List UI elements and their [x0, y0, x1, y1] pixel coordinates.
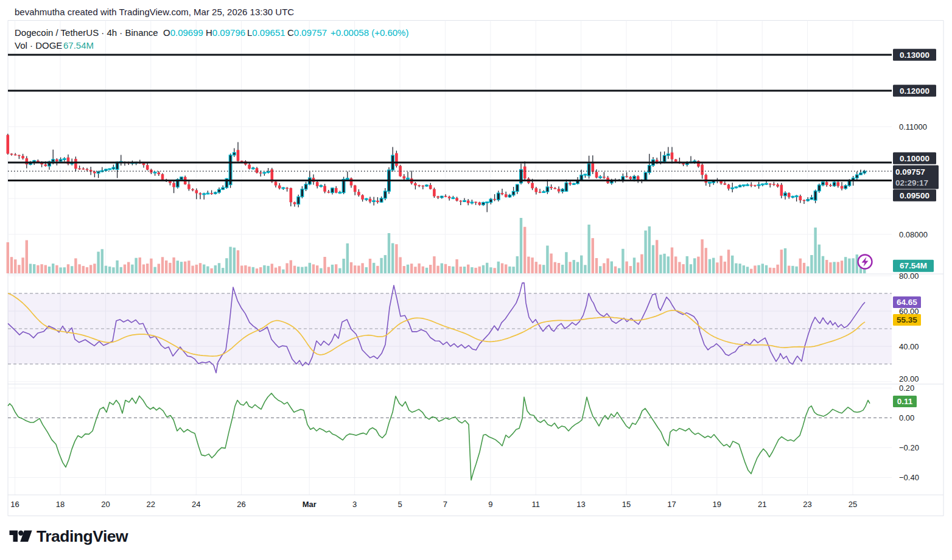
svg-text:0.09757: 0.09757	[895, 167, 925, 177]
svg-text:21: 21	[758, 500, 766, 509]
svg-text:0.13000: 0.13000	[900, 51, 929, 60]
svg-text:TradingView: TradingView	[37, 527, 128, 545]
svg-text:bevahmutha created with Tradin: bevahmutha created with TradingView.com,…	[15, 7, 294, 17]
svg-text:67.54M: 67.54M	[63, 40, 94, 51]
svg-text:Mar: Mar	[303, 500, 317, 509]
svg-text:0.08000: 0.08000	[899, 230, 928, 239]
svg-text:20.00: 20.00	[899, 374, 919, 383]
svg-text:9: 9	[488, 500, 492, 509]
svg-text:15: 15	[622, 500, 631, 509]
svg-text:0.20: 0.20	[899, 383, 914, 393]
svg-text:80.00: 80.00	[899, 271, 919, 281]
svg-text:19: 19	[713, 500, 721, 509]
svg-text:17: 17	[667, 500, 676, 509]
svg-text:02:29:17: 02:29:17	[895, 178, 928, 187]
svg-text:18: 18	[56, 500, 65, 509]
svg-text:25: 25	[849, 500, 857, 509]
svg-text:64.65: 64.65	[897, 298, 917, 307]
svg-text:22: 22	[147, 500, 155, 509]
svg-text:0.11: 0.11	[897, 397, 913, 406]
svg-text:O0.09699: O0.09699	[163, 27, 203, 38]
svg-text:3: 3	[352, 500, 357, 509]
svg-text:0.12000: 0.12000	[900, 86, 929, 96]
svg-text:40.00: 40.00	[899, 342, 919, 351]
svg-text:Vol · DOGE: Vol · DOGE	[15, 40, 62, 51]
svg-text:11: 11	[531, 500, 540, 509]
svg-text:67.54M: 67.54M	[900, 261, 927, 270]
svg-text:Dogecoin / TetherUS · 4h · Bin: Dogecoin / TetherUS · 4h · Binance	[15, 27, 158, 38]
svg-text:C0.09757: C0.09757	[287, 27, 327, 38]
svg-text:26: 26	[237, 500, 245, 509]
svg-text:0.00: 0.00	[899, 413, 914, 422]
svg-text:−0.20: −0.20	[899, 443, 919, 452]
svg-text:0.11000: 0.11000	[899, 122, 927, 131]
svg-text:16: 16	[10, 500, 19, 509]
svg-text:H0.09796: H0.09796	[206, 27, 245, 38]
svg-text:55.35: 55.35	[897, 315, 917, 324]
svg-text:24: 24	[192, 500, 200, 509]
svg-text:7: 7	[443, 500, 447, 509]
svg-text:−0.40: −0.40	[899, 473, 919, 482]
svg-text:+0.00058 (+0.60%): +0.00058 (+0.60%)	[331, 27, 408, 38]
svg-text:20: 20	[101, 500, 110, 509]
svg-text:23: 23	[803, 500, 811, 509]
svg-text:13: 13	[576, 500, 585, 509]
svg-text:0.10000: 0.10000	[900, 154, 929, 163]
svg-text:0.09500: 0.09500	[900, 191, 929, 200]
svg-text:L0.09651: L0.09651	[247, 27, 285, 38]
svg-text:5: 5	[397, 500, 402, 509]
